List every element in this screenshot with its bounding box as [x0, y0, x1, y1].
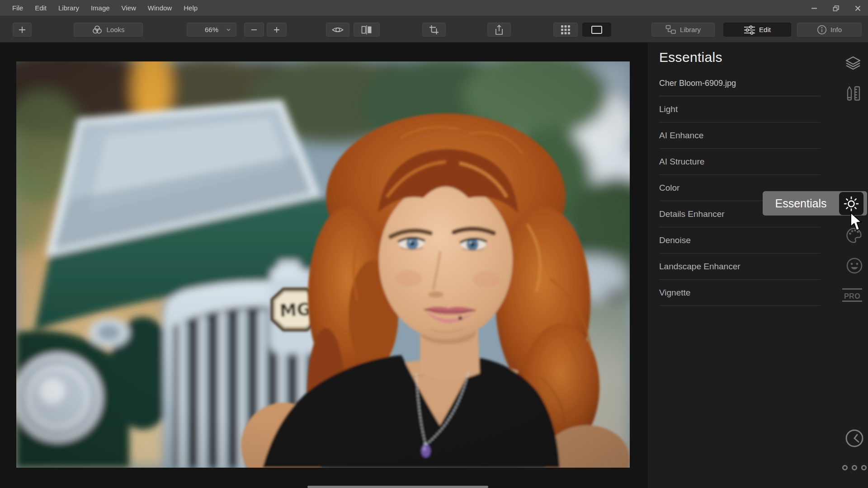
looks-label: Looks	[106, 26, 124, 33]
close-icon	[855, 5, 861, 11]
zoom-level-value: 66%	[205, 26, 218, 33]
menu-item-view[interactable]: View	[116, 0, 142, 16]
grid-view-button[interactable]	[553, 23, 578, 37]
menu-item-file[interactable]: File	[6, 0, 29, 16]
edit-sliders-icon	[744, 25, 755, 35]
grid-view-icon	[561, 25, 571, 35]
photo-filename: Cher Bloom-6909.jpg	[659, 79, 736, 88]
horizontal-scrollbar[interactable]	[307, 486, 488, 488]
layers-icon[interactable]	[845, 56, 861, 70]
single-view-icon	[591, 25, 603, 34]
crop-icon	[429, 25, 439, 35]
more-options-dots-icon[interactable]	[842, 465, 867, 471]
menu-item-window[interactable]: Window	[142, 0, 178, 16]
menu-item-help[interactable]: Help	[178, 0, 203, 16]
add-image-button[interactable]	[13, 23, 32, 37]
tool-item-vignette[interactable]: Vignette	[659, 280, 821, 306]
eye-icon	[332, 25, 344, 34]
chevron-down-icon	[226, 28, 231, 31]
essentials-group-button[interactable]	[839, 192, 863, 215]
compare-button[interactable]	[354, 23, 380, 37]
essentials-tooltip: Essentials	[763, 191, 867, 216]
restore-button[interactable]	[828, 1, 844, 15]
menu-item-image[interactable]: Image	[85, 0, 116, 16]
single-view-button[interactable]	[582, 23, 611, 37]
minimize-icon	[811, 5, 817, 11]
crop-button[interactable]	[422, 23, 446, 37]
tab-library[interactable]: Library	[651, 23, 715, 37]
tab-edit[interactable]: Edit	[723, 23, 791, 37]
before-after-icon	[361, 25, 372, 34]
minimize-button[interactable]	[807, 1, 822, 15]
looks-venn-icon	[92, 25, 103, 35]
export-button[interactable]	[487, 23, 511, 37]
history-clock-icon[interactable]	[845, 429, 864, 448]
minus-icon	[250, 26, 258, 33]
library-icon	[665, 25, 676, 34]
editor-canvas[interactable]: MG	[0, 42, 648, 488]
plus-icon	[18, 26, 26, 34]
info-icon	[817, 25, 827, 35]
share-export-icon	[494, 24, 504, 35]
quick-preview-button[interactable]	[326, 23, 349, 37]
menu-item-library[interactable]: Library	[52, 0, 85, 16]
zoom-level-select[interactable]: 66%	[187, 23, 236, 37]
close-button[interactable]	[850, 1, 865, 15]
window-controls	[807, 0, 865, 16]
toolbar: Looks 66%	[0, 16, 868, 42]
tab-edit-label: Edit	[759, 26, 771, 33]
tool-item-landscape-enhancer[interactable]: Landscape Enhancer	[659, 253, 821, 280]
tab-library-label: Library	[680, 26, 701, 33]
sun-icon	[843, 196, 859, 212]
tool-item-ai-enhance[interactable]: AI Enhance	[659, 122, 821, 149]
tool-item-light[interactable]: Light	[659, 96, 821, 122]
menu-bar: File Edit Library Image View Window Help	[0, 0, 868, 16]
tool-item-denoise[interactable]: Denoise	[659, 227, 821, 253]
panel-title: Essentials	[659, 50, 722, 65]
mouse-cursor	[850, 212, 863, 232]
zoom-out-button[interactable]	[244, 23, 264, 37]
tool-item-ai-structure[interactable]: AI Structure	[659, 149, 821, 175]
pro-tools-badge[interactable]: PRO	[842, 288, 862, 302]
menu-item-edit[interactable]: Edit	[29, 0, 52, 16]
portrait-smiley-icon[interactable]	[846, 257, 863, 274]
zoom-in-button[interactable]	[267, 23, 287, 37]
looks-button[interactable]: Looks	[74, 23, 143, 37]
filter-group-strip: PRO	[841, 42, 868, 488]
tab-info[interactable]: Info	[797, 23, 862, 37]
plus-icon	[273, 26, 280, 33]
essentials-panel: Essentials Cher Bloom-6909.jpg Light AI …	[648, 42, 868, 488]
restore-icon	[833, 5, 839, 11]
photo-image: MG	[16, 61, 630, 468]
tooltip-label: Essentials	[763, 191, 839, 216]
canvas-tools-icon[interactable]	[845, 85, 861, 102]
tab-info-label: Info	[830, 26, 842, 33]
